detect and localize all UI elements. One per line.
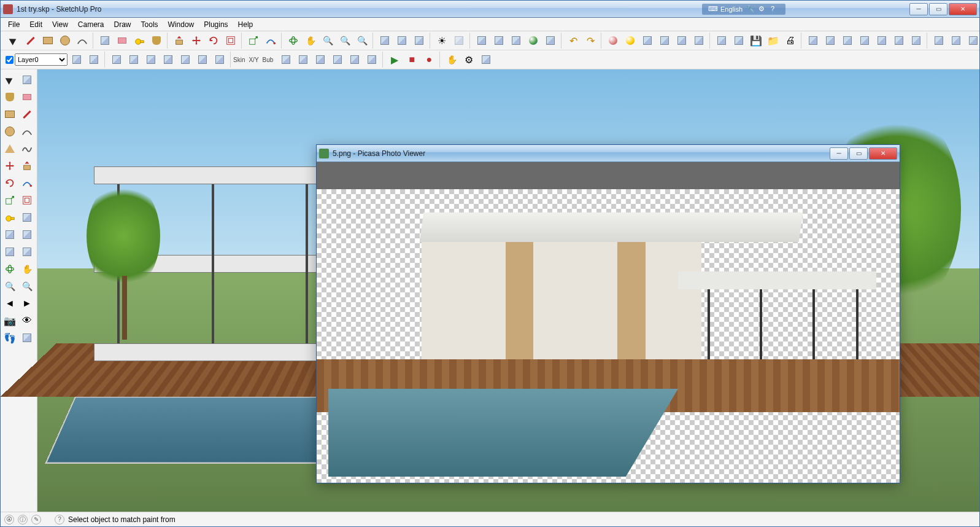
paint-bucket[interactable] — [149, 33, 164, 49]
make-component[interactable] — [97, 33, 113, 49]
claim-credit-icon[interactable]: ✎ — [31, 515, 41, 525]
right[interactable] — [857, 33, 873, 49]
sandbox-drape[interactable] — [177, 52, 193, 68]
picasa-titlebar[interactable]: 5.png - Picasa Photo Viewer ─ ▭ ✕ — [317, 145, 900, 162]
solid-intersect[interactable] — [330, 52, 345, 68]
rectangle-tool[interactable] — [40, 33, 56, 49]
line-tool[interactable] — [23, 33, 39, 49]
menu-window[interactable]: Window — [163, 19, 199, 30]
zoom-window[interactable]: 🔍 — [354, 33, 370, 49]
sandbox-stamp[interactable] — [160, 52, 176, 68]
materials[interactable] — [674, 33, 690, 49]
sandbox-flip[interactable] — [212, 52, 228, 68]
eraser-tool[interactable] — [114, 33, 130, 49]
close-button[interactable]: ✕ — [949, 3, 977, 15]
pan[interactable]: ✋ — [303, 33, 318, 49]
redo[interactable]: ↷ — [582, 33, 598, 49]
offset-tool[interactable] — [223, 33, 239, 49]
freehand[interactable] — [19, 141, 35, 157]
follow-me[interactable] — [263, 33, 279, 49]
next-scene[interactable] — [508, 33, 524, 49]
menu-plugins[interactable]: Plugins — [199, 19, 233, 30]
section-plane[interactable] — [19, 330, 35, 346]
undo[interactable]: ↶ — [565, 33, 581, 49]
menu-tools[interactable]: Tools — [136, 19, 163, 30]
tape-measure[interactable] — [131, 33, 147, 49]
solid-outer[interactable] — [364, 52, 380, 68]
orbit[interactable] — [285, 33, 301, 49]
import[interactable] — [731, 33, 747, 49]
paint-bucket[interactable] — [2, 89, 18, 105]
tape-measure[interactable] — [2, 209, 18, 225]
select-tool[interactable] — [6, 33, 21, 49]
current-layer-select[interactable]: Layer0 — [15, 53, 68, 66]
look-around[interactable]: 👁 — [19, 313, 35, 329]
sandbox-contours[interactable] — [109, 52, 125, 68]
protractor[interactable] — [2, 227, 18, 243]
minimize-button[interactable]: ─ — [909, 3, 928, 15]
zoom[interactable]: 🔍 — [320, 33, 336, 49]
style3[interactable] — [965, 33, 980, 49]
style1[interactable] — [931, 33, 947, 49]
push-pull[interactable] — [171, 33, 187, 49]
shadows[interactable]: ☀ — [434, 33, 450, 49]
top[interactable] — [822, 33, 838, 49]
outliner[interactable] — [377, 33, 393, 49]
perspective[interactable] — [908, 33, 924, 49]
stop[interactable]: ■ — [404, 52, 420, 68]
prev-scene[interactable] — [491, 33, 507, 49]
folder[interactable]: 📁 — [765, 33, 781, 49]
language-widget[interactable]: ⌨ English 🔧 ⚙ ? — [702, 4, 785, 15]
style2[interactable] — [948, 33, 964, 49]
xray[interactable] — [451, 33, 467, 49]
rotate-tool[interactable] — [206, 33, 222, 49]
dyn-options[interactable]: ⚙ — [461, 52, 477, 68]
google-earth[interactable] — [525, 33, 541, 49]
dimension[interactable] — [19, 209, 35, 225]
back[interactable] — [874, 33, 890, 49]
layer-visibility-checkbox[interactable] — [6, 56, 14, 64]
previous-view[interactable]: ◄ — [2, 295, 18, 311]
3d-text[interactable] — [19, 244, 35, 260]
line-tool[interactable] — [19, 106, 35, 122]
menu-help[interactable]: Help — [233, 19, 258, 30]
arc-tool[interactable] — [74, 33, 90, 49]
walk[interactable]: 👣 — [2, 330, 18, 346]
maximize-button[interactable]: ▭ — [929, 3, 947, 15]
yellow-marker[interactable] — [622, 33, 638, 49]
render[interactable] — [639, 33, 655, 49]
sandbox-scratch[interactable] — [126, 52, 142, 68]
rec[interactable]: ● — [421, 52, 437, 68]
menu-view[interactable]: View — [47, 19, 73, 30]
layer-manager[interactable] — [69, 52, 85, 68]
rotate-tool[interactable] — [2, 175, 18, 191]
zoom-window[interactable]: 🔍 — [19, 278, 35, 294]
next-view[interactable]: ► — [19, 295, 35, 311]
text-tool[interactable] — [19, 227, 35, 243]
iso[interactable] — [805, 33, 821, 49]
front[interactable] — [839, 33, 855, 49]
sandbox-smoove[interactable] — [143, 52, 159, 68]
save[interactable]: 💾 — [748, 33, 764, 49]
move-tool[interactable] — [2, 158, 18, 174]
menu-file[interactable]: File — [3, 19, 25, 30]
section-display[interactable] — [411, 33, 427, 49]
offset-tool[interactable] — [19, 192, 35, 208]
arc-tool[interactable] — [19, 123, 35, 139]
play[interactable]: ▶ — [387, 52, 403, 68]
add-scene[interactable] — [474, 33, 490, 49]
solid-subtract[interactable] — [295, 52, 311, 68]
push-pull[interactable] — [19, 158, 35, 174]
scale-tool[interactable] — [245, 33, 261, 49]
move-tool[interactable] — [188, 33, 204, 49]
dyn-interact[interactable]: ✋ — [444, 52, 460, 68]
make-component[interactable] — [19, 72, 35, 88]
picasa-minimize-button[interactable]: ─ — [830, 147, 848, 160]
3d-warehouse[interactable] — [691, 33, 707, 49]
model-info[interactable] — [605, 33, 621, 49]
position-camera[interactable]: 📷 — [2, 313, 18, 329]
sandbox-detail[interactable] — [195, 52, 210, 68]
eraser-tool[interactable] — [19, 89, 35, 105]
dyn-attrs[interactable] — [478, 52, 494, 68]
solid-union[interactable] — [278, 52, 294, 68]
